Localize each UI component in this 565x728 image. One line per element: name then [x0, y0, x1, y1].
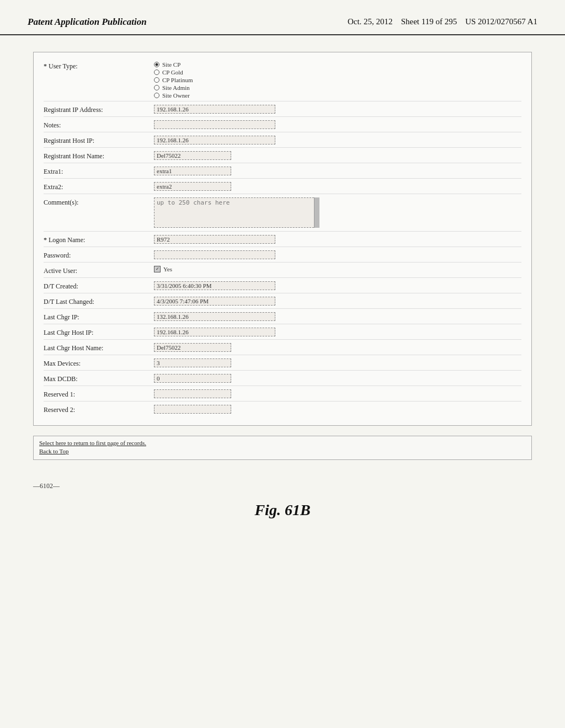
page: Patent Application Publication Oct. 25, … — [0, 0, 565, 728]
reserved2-label: Reserved 2: — [44, 405, 154, 414]
active-user-value: ✓ Yes — [154, 266, 521, 272]
registrant-host-name-row: Registrant Host Name: Del75022 — [44, 151, 521, 163]
extra1-input[interactable]: extra1 — [154, 167, 231, 175]
user-type-label: User Type: — [44, 61, 154, 71]
logon-name-label: Logon Name: — [44, 235, 154, 244]
active-user-checkbox[interactable]: ✓ — [154, 266, 161, 272]
registrant-host-ip-label: Registrant Host IP: — [44, 136, 154, 145]
extra2-row: Extra2: extra2 — [44, 182, 521, 194]
logon-name-value: R972 — [154, 235, 521, 244]
last-chgr-host-ip-row: Last Chgr Host IP: 192.168.1.26 — [44, 328, 521, 340]
password-input[interactable] — [154, 250, 275, 259]
extra2-input[interactable]: extra2 — [154, 182, 231, 191]
max-devices-row: Max Devices: 3 — [44, 358, 521, 371]
return-to-first-page-link[interactable]: Select here to return to first page of r… — [39, 440, 526, 446]
logon-name-input[interactable]: R972 — [154, 235, 275, 244]
comments-value — [154, 197, 521, 229]
last-chgr-host-name-label: Last Chgr Host Name: — [44, 343, 154, 352]
page-number: —6102— — [0, 482, 565, 490]
user-type-options: Site CP CP Gold CP Platinum Site Ad — [154, 61, 521, 99]
registrant-host-name-input[interactable]: Del75022 — [154, 151, 231, 160]
registrant-host-ip-input[interactable]: 192.168.1.26 — [154, 136, 275, 144]
reserved1-value — [154, 389, 521, 398]
max-dcdb-label: Max DCDB: — [44, 374, 154, 383]
last-chgr-host-ip-input[interactable]: 192.168.1.26 — [154, 328, 275, 336]
radio-circle-site-owner — [154, 93, 159, 98]
form-container: User Type: Site CP CP Gold — [33, 52, 532, 426]
radio-cp-platinum[interactable]: CP Platinum — [154, 77, 521, 83]
active-user-label: Active User: — [44, 266, 154, 275]
active-user-row: Active User: ✓ Yes — [44, 266, 521, 278]
scrollbar[interactable] — [314, 197, 319, 228]
radio-circle-site-cp — [154, 62, 159, 67]
notes-value — [154, 120, 521, 129]
extra2-label: Extra2: — [44, 182, 154, 191]
radio-cp-gold[interactable]: CP Gold — [154, 69, 521, 76]
notes-label: Notes: — [44, 120, 154, 130]
radio-circle-cp-platinum — [154, 77, 159, 83]
extra1-label: Extra1: — [44, 167, 154, 176]
password-label: Password: — [44, 250, 154, 260]
radio-site-owner[interactable]: Site Owner — [154, 92, 521, 99]
dt-created-input[interactable]: 3/31/2005 6:40:30 PM — [154, 281, 275, 290]
max-dcdb-row: Max DCDB: 0 — [44, 374, 521, 386]
registrant-ip-input[interactable]: 192.168.1.26 — [154, 105, 275, 114]
dt-last-changed-label: D/T Last Changed: — [44, 297, 154, 306]
reserved1-input[interactable] — [154, 389, 231, 398]
registrant-host-name-label: Registrant Host Name: — [44, 151, 154, 160]
last-chgr-ip-value: 132.168.1.26 — [154, 312, 521, 321]
radio-circle-site-admin — [154, 85, 159, 90]
active-user-checkbox-item[interactable]: ✓ Yes — [154, 266, 521, 272]
reserved1-label: Reserved 1: — [44, 389, 154, 399]
extra1-row: Extra1: extra1 — [44, 167, 521, 179]
logon-name-row: Logon Name: R972 — [44, 235, 521, 247]
header: Patent Application Publication Oct. 25, … — [0, 0, 565, 35]
max-dcdb-input[interactable]: 0 — [154, 374, 231, 383]
radio-site-admin[interactable]: Site Admin — [154, 84, 521, 91]
registrant-ip-row: Registrant IP Address: 192.168.1.26 — [44, 105, 521, 117]
registrant-ip-label: Registrant IP Address: — [44, 105, 154, 114]
last-chgr-host-name-value: Del75022 — [154, 343, 521, 352]
max-devices-input[interactable]: 3 — [154, 358, 231, 367]
reserved2-input[interactable] — [154, 405, 231, 414]
registrant-host-ip-row: Registrant Host IP: 192.168.1.26 — [44, 136, 521, 148]
main-content: User Type: Site CP CP Gold — [0, 35, 565, 482]
max-devices-label: Max Devices: — [44, 358, 154, 368]
dt-created-value: 3/31/2005 6:40:30 PM — [154, 281, 521, 290]
back-to-top-link[interactable]: Back to Top — [39, 448, 526, 454]
last-chgr-host-ip-value: 192.168.1.26 — [154, 328, 521, 336]
figure-caption: Fig. 61B — [0, 501, 565, 536]
comments-label: Comment(s): — [44, 197, 154, 207]
publication-title: Patent Application Publication — [28, 15, 147, 29]
registrant-ip-value: 192.168.1.26 — [154, 105, 521, 114]
user-type-row: User Type: Site CP CP Gold — [44, 61, 521, 101]
max-dcdb-value: 0 — [154, 374, 521, 383]
dt-last-changed-input[interactable]: 4/3/2005 7:47:06 PM — [154, 297, 275, 306]
last-chgr-host-name-row: Last Chgr Host Name: Del75022 — [44, 343, 521, 355]
last-chgr-host-name-input[interactable]: Del75022 — [154, 343, 231, 352]
last-chgr-ip-input[interactable]: 132.168.1.26 — [154, 312, 275, 321]
registrant-host-ip-value: 192.168.1.26 — [154, 136, 521, 144]
last-chgr-ip-row: Last Chgr IP: 132.168.1.26 — [44, 312, 521, 324]
notes-input[interactable] — [154, 120, 275, 129]
dt-created-label: D/T Created: — [44, 281, 154, 291]
header-meta: Oct. 25, 2012 Sheet 119 of 295 US 2012/0… — [348, 15, 537, 28]
extra1-value: extra1 — [154, 167, 521, 175]
comments-row: Comment(s): — [44, 197, 521, 232]
comments-textarea[interactable] — [154, 197, 319, 228]
password-row: Password: — [44, 250, 521, 263]
dt-last-changed-row: D/T Last Changed: 4/3/2005 7:47:06 PM — [44, 297, 521, 309]
reserved1-row: Reserved 1: — [44, 389, 521, 402]
dt-last-changed-value: 4/3/2005 7:47:06 PM — [154, 297, 521, 306]
reserved2-value — [154, 405, 521, 414]
reserved2-row: Reserved 2: — [44, 405, 521, 416]
last-chgr-ip-label: Last Chgr IP: — [44, 312, 154, 322]
comments-textarea-wrapper — [154, 197, 319, 228]
dt-created-row: D/T Created: 3/31/2005 6:40:30 PM — [44, 281, 521, 293]
extra2-value: extra2 — [154, 182, 521, 191]
notes-row: Notes: — [44, 120, 521, 132]
registrant-host-name-value: Del75022 — [154, 151, 521, 160]
last-chgr-host-ip-label: Last Chgr Host IP: — [44, 328, 154, 337]
radio-circle-cp-gold — [154, 69, 159, 75]
radio-site-cp[interactable]: Site CP — [154, 61, 521, 68]
